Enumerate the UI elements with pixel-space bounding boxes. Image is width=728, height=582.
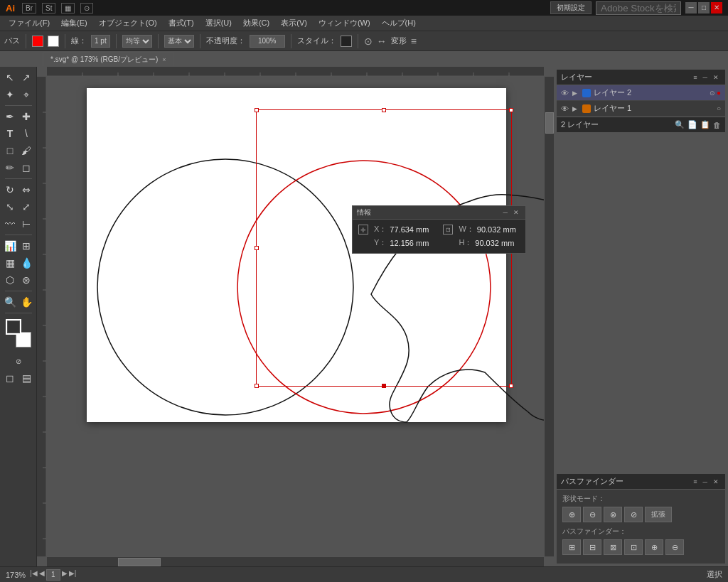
eyedropper-tool[interactable]: 💧 xyxy=(18,255,34,271)
hand-tool[interactable]: ✋ xyxy=(18,294,34,310)
canvas-area[interactable]: 情報 ─ ✕ ✛ X： 77.634 mm Y： 12.156 m xyxy=(37,67,554,566)
shape-minus-front-btn[interactable]: ⊖ xyxy=(583,507,601,522)
pathfinder-minimize[interactable]: ─ xyxy=(701,478,710,486)
menu-window[interactable]: ウィンドウ(W) xyxy=(313,18,376,28)
nav-next[interactable]: ▶ xyxy=(62,569,68,581)
artboard-btn[interactable]: ▤ xyxy=(18,370,34,386)
style-swatch[interactable] xyxy=(341,36,352,47)
shape-expand-btn[interactable]: 拡張 xyxy=(645,507,672,522)
shape-unite-btn[interactable]: ⊕ xyxy=(562,507,581,522)
nav-first[interactable]: |◀ xyxy=(30,569,38,581)
arrow-icon-layer1[interactable]: ▶ xyxy=(572,105,582,112)
add-anchor-tool[interactable]: ✚ xyxy=(18,109,34,124)
menu-effect[interactable]: 効果(C) xyxy=(237,18,275,28)
shape-intersect-btn[interactable]: ⊗ xyxy=(604,507,622,522)
line-tool[interactable]: \ xyxy=(18,126,34,141)
stroke-style-select[interactable]: 均等 xyxy=(122,35,152,48)
screen-mode-btn[interactable]: ◻ xyxy=(2,370,18,386)
arrow-icon-layer2[interactable]: ▶ xyxy=(572,90,582,97)
eye-icon-layer1[interactable]: 👁 xyxy=(561,104,572,113)
st-icon[interactable]: St xyxy=(42,3,55,14)
workspace-preset[interactable]: 初期設定 xyxy=(550,1,592,14)
menu-help[interactable]: ヘルプ(H) xyxy=(376,18,422,28)
info-minimize[interactable]: ─ xyxy=(501,208,510,217)
icon-more[interactable]: ≡ xyxy=(411,36,417,47)
menu-type[interactable]: 書式(T) xyxy=(163,18,200,28)
page-number[interactable] xyxy=(46,569,60,581)
menu-file[interactable]: ファイル(F) xyxy=(3,18,55,28)
menu-view[interactable]: 表示(V) xyxy=(275,18,313,28)
selection-tool[interactable]: ↖ xyxy=(2,70,18,85)
stroke-weight[interactable]: 1 pt xyxy=(91,35,110,48)
layer-item-1[interactable]: 👁 ▶ レイヤー 1 ○ xyxy=(557,101,725,117)
mesh-tool[interactable]: ⊞ xyxy=(18,238,34,254)
layers-panel-menu[interactable]: ≡ xyxy=(691,73,699,82)
pathfinder-close[interactable]: ✕ xyxy=(711,478,721,486)
handle-br[interactable] xyxy=(509,384,513,388)
tab-close-button[interactable]: × xyxy=(162,56,166,63)
layer2-visibility[interactable]: ● xyxy=(717,89,721,97)
shape-exclude-btn[interactable]: ⊘ xyxy=(624,507,643,522)
fill-color-swatch[interactable] xyxy=(48,36,59,47)
menu-edit[interactable]: 編集(E) xyxy=(55,18,93,28)
pf-merge-btn[interactable]: ⊠ xyxy=(604,539,622,555)
pf-divide-btn[interactable]: ⊞ xyxy=(562,539,581,555)
fill-swatch[interactable] xyxy=(6,319,21,335)
pf-outline-btn[interactable]: ⊕ xyxy=(645,539,663,555)
blend-tool[interactable]: ⬡ xyxy=(2,272,18,288)
layers-panel-minimize[interactable]: ─ xyxy=(701,73,710,82)
graph-tool[interactable]: 📊 xyxy=(2,238,18,254)
layers-delete-icon[interactable]: 🗑 xyxy=(713,121,721,129)
layer2-action-btn[interactable]: ⊙ xyxy=(710,90,715,97)
scale-tool[interactable]: ⤡ xyxy=(2,199,18,215)
opacity-input[interactable] xyxy=(250,35,285,48)
pf-trim-btn[interactable]: ⊟ xyxy=(583,539,601,555)
icon-arrows[interactable]: ↔ xyxy=(377,36,387,47)
icon-circle[interactable]: ⊙ xyxy=(364,36,373,47)
scrollbar-thumb-h[interactable] xyxy=(118,558,161,566)
info-close[interactable]: ✕ xyxy=(511,208,521,217)
pf-minus-back-btn[interactable]: ⊖ xyxy=(665,539,684,555)
reflect-tool[interactable]: ⇔ xyxy=(18,182,34,198)
grid-icon[interactable]: ▦ xyxy=(61,3,75,14)
eraser-tool[interactable]: ◻ xyxy=(18,160,34,176)
eye-icon-layer2[interactable]: 👁 xyxy=(561,89,572,97)
layers-new-layer-icon[interactable]: 📄 xyxy=(687,120,697,129)
menu-select[interactable]: 選択(U) xyxy=(200,18,237,28)
atom-icon[interactable]: ⊙ xyxy=(80,3,93,14)
maximize-button[interactable]: □ xyxy=(698,2,710,14)
nav-last[interactable]: ▶| xyxy=(69,569,77,581)
warp-tool[interactable]: 〰 xyxy=(2,216,18,232)
handle-tr[interactable] xyxy=(509,108,513,112)
br-icon[interactable]: Br xyxy=(22,3,36,14)
minimize-button[interactable]: ─ xyxy=(685,2,697,14)
layer1-visibility[interactable]: ○ xyxy=(717,104,721,112)
paintbrush-tool[interactable]: 🖌 xyxy=(18,143,34,158)
stroke-color-swatch[interactable] xyxy=(32,36,43,47)
vertical-scrollbar[interactable] xyxy=(544,77,554,556)
horizontal-scrollbar[interactable] xyxy=(47,556,544,566)
layers-search-icon[interactable]: 🔍 xyxy=(675,120,685,129)
direct-selection-tool[interactable]: ↗ xyxy=(18,70,34,85)
shear-tool[interactable]: ⤢ xyxy=(18,199,34,215)
layer-item-2[interactable]: 👁 ▶ レイヤー 2 ⊙ ● xyxy=(557,85,725,101)
layers-duplicate-icon[interactable]: 📋 xyxy=(700,120,710,129)
pathfinder-menu[interactable]: ≡ xyxy=(691,478,699,486)
gradient-tool[interactable]: ▦ xyxy=(2,255,18,271)
scrollbar-thumb-v[interactable] xyxy=(545,112,554,134)
document-tab[interactable]: *.svg* @ 173% (RGB/プレビュー) × xyxy=(43,53,174,67)
nav-prev[interactable]: ◀ xyxy=(39,569,45,581)
brush-select[interactable]: 基本 xyxy=(164,35,194,48)
layers-panel-close[interactable]: ✕ xyxy=(711,73,721,82)
magic-wand-tool[interactable]: ✦ xyxy=(2,87,18,102)
zoom-tool[interactable]: 🔍 xyxy=(2,294,18,310)
rotate-tool[interactable]: ↻ xyxy=(2,182,18,198)
none-swatch[interactable]: ⊘ xyxy=(11,353,26,369)
lasso-tool[interactable]: ⌖ xyxy=(18,87,34,102)
pencil-tool[interactable]: ✏ xyxy=(2,160,18,176)
type-tool[interactable]: T xyxy=(2,126,18,141)
menu-object[interactable]: オブジェクト(O) xyxy=(93,18,163,28)
shape-tool[interactable]: □ xyxy=(2,143,18,158)
pf-crop-btn[interactable]: ⊡ xyxy=(624,539,643,555)
close-button[interactable]: ✕ xyxy=(711,2,722,14)
